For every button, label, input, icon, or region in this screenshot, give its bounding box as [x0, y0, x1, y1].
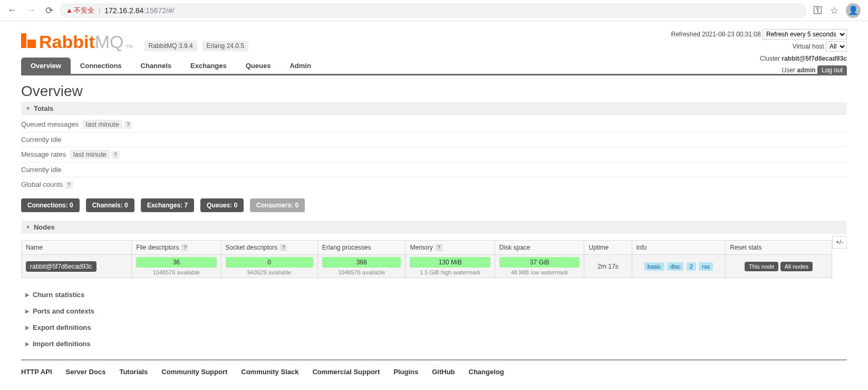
- col-info[interactable]: Info: [632, 241, 726, 255]
- sd-value: 0: [226, 257, 313, 268]
- forward-button[interactable]: →: [23, 3, 39, 18]
- global-counts: Connections: 0 Channels: 0 Exchanges: 7 …: [21, 198, 847, 212]
- mem-sub: 1.5 GiB high watermark: [410, 269, 490, 275]
- help-fd[interactable]: ?: [181, 244, 188, 251]
- mem-value: 130 MiB: [410, 257, 490, 268]
- footer-changelog[interactable]: Changelog: [469, 368, 504, 376]
- logo-tm: TM: [126, 44, 133, 49]
- chevron-right-icon: ▶: [25, 325, 30, 330]
- user-label: User: [782, 66, 795, 74]
- info-2[interactable]: 2: [687, 262, 696, 271]
- help-sd[interactable]: ?: [279, 244, 287, 251]
- app-header: RabbitMQ TM RabbitMQ 3.9.4 Erlang 24.0.5…: [21, 21, 847, 52]
- profile-avatar[interactable]: 👤: [846, 3, 861, 18]
- warning-icon: ▲: [66, 6, 73, 14]
- col-erl[interactable]: Erlang processes: [317, 241, 406, 255]
- count-channels[interactable]: Channels: 0: [86, 198, 134, 212]
- help-queued[interactable]: ?: [124, 121, 132, 129]
- fd-sub: 1048576 available: [136, 269, 216, 275]
- col-fd[interactable]: File descriptors?: [132, 241, 221, 255]
- footer-http-api[interactable]: HTTP API: [21, 368, 52, 376]
- tab-channels[interactable]: Channels: [131, 58, 181, 74]
- section-import[interactable]: ▶Import definitions: [21, 336, 847, 352]
- section-totals[interactable]: ▼ Totals: [21, 102, 847, 115]
- tab-admin[interactable]: Admin: [280, 58, 320, 74]
- logout-button[interactable]: Log out: [817, 65, 847, 75]
- queued-range[interactable]: last minute: [83, 120, 122, 129]
- header-right: Refreshed 2021-08-23 00:31:08 Refresh ev…: [671, 28, 847, 77]
- queued-messages-row: Queued messages last minute ?: [21, 117, 847, 132]
- footer-links: HTTP API Server Docs Tutorials Community…: [21, 359, 847, 390]
- vhost-label: Virtual host: [793, 43, 824, 50]
- section-churn[interactable]: ▶Churn statistics: [21, 287, 847, 303]
- col-mem[interactable]: Memory?: [406, 241, 495, 255]
- vhost-select[interactable]: All: [826, 41, 847, 52]
- col-disk[interactable]: Disk space: [495, 241, 584, 255]
- footer-plugins[interactable]: Plugins: [393, 368, 418, 376]
- insecure-label: 不安全: [74, 6, 94, 15]
- col-name[interactable]: Name: [22, 241, 132, 255]
- key-icon[interactable]: ⚿: [813, 5, 823, 16]
- fd-value: 36: [136, 257, 216, 268]
- tab-overview[interactable]: Overview: [21, 58, 71, 74]
- rates-idle: Currently idle: [21, 163, 847, 177]
- footer-commercial-support[interactable]: Commercial Support: [312, 368, 380, 376]
- chevron-right-icon: ▶: [25, 292, 30, 298]
- queued-idle: Currently idle: [21, 132, 847, 147]
- address-bar[interactable]: ▲ 不安全 | 172.16.2.84:15672/#/: [60, 3, 807, 18]
- version-pill: RabbitMQ 3.9.4: [144, 41, 197, 51]
- col-sd[interactable]: Socket descriptors?: [221, 241, 317, 255]
- section-export[interactable]: ▶Export definitions: [21, 319, 847, 336]
- help-rates[interactable]: ?: [111, 151, 119, 159]
- chevron-down-icon: ▼: [25, 106, 31, 111]
- section-nodes[interactable]: ▼ Nodes: [21, 221, 847, 234]
- reload-button[interactable]: ⟳: [42, 3, 56, 18]
- tab-exchanges[interactable]: Exchanges: [181, 58, 236, 74]
- chevron-right-icon: ▶: [25, 308, 30, 314]
- logo-text-mq: MQ: [95, 32, 124, 52]
- help-mem[interactable]: ?: [435, 244, 442, 251]
- tab-connections[interactable]: Connections: [71, 58, 131, 74]
- footer-tutorials[interactable]: Tutorials: [119, 368, 148, 376]
- help-global[interactable]: ?: [65, 181, 73, 189]
- insecure-badge: ▲ 不安全: [66, 6, 94, 15]
- rates-range[interactable]: last minute: [70, 150, 110, 159]
- count-connections[interactable]: Connections: 0: [21, 198, 80, 212]
- node-name[interactable]: rabbit@5f7d6ecad93c: [26, 261, 97, 272]
- footer-server-docs[interactable]: Server Docs: [66, 368, 106, 376]
- erl-value: 388: [322, 257, 401, 268]
- info-basic[interactable]: basic: [644, 262, 664, 271]
- message-rates-row: Message rates last minute ?: [21, 147, 847, 163]
- count-exchanges[interactable]: Exchanges: 7: [141, 198, 194, 212]
- cluster-label: Cluster: [760, 55, 780, 62]
- refresh-interval-select[interactable]: Refresh every 5 seconds: [763, 29, 847, 40]
- uptime-value: 2m 17s: [584, 255, 632, 278]
- disk-value: 37 GiB: [499, 257, 580, 268]
- footer-community-slack[interactable]: Community Slack: [241, 368, 298, 376]
- disk-sub: 48 MiB low watermark: [499, 269, 580, 275]
- reset-cell: This node All nodes: [726, 255, 832, 278]
- global-counts-row: Global counts ?: [21, 177, 847, 192]
- footer-github[interactable]: GitHub: [432, 368, 455, 376]
- footer-community-support[interactable]: Community Support: [161, 368, 227, 376]
- reset-this-node-button[interactable]: This node: [745, 262, 778, 271]
- reset-all-nodes-button[interactable]: All nodes: [780, 262, 813, 271]
- columns-toggle[interactable]: +/-: [832, 236, 847, 249]
- tab-queues[interactable]: Queues: [236, 58, 281, 74]
- count-queues[interactable]: Queues: 0: [200, 198, 244, 212]
- section-ports[interactable]: ▶Ports and contexts: [21, 303, 847, 319]
- table-row: rabbit@5f7d6ecad93c 361048576 available …: [22, 255, 832, 278]
- col-uptime[interactable]: Uptime: [584, 241, 632, 255]
- col-reset[interactable]: Reset stats: [726, 241, 832, 255]
- back-button[interactable]: ←: [4, 3, 20, 18]
- info-disc[interactable]: disc: [667, 262, 684, 271]
- logo-text-rabbit: Rabbit: [39, 32, 95, 52]
- url-separator: |: [99, 6, 100, 14]
- star-icon[interactable]: ☆: [830, 5, 838, 16]
- info-rss[interactable]: rss: [699, 262, 713, 271]
- url-text: 172.16.2.84:15672/#/: [104, 6, 174, 15]
- count-consumers[interactable]: Consumers: 0: [250, 198, 305, 212]
- erl-sub: 1048576 available: [322, 269, 401, 275]
- info-cell: basic disc 2 rss: [632, 255, 726, 278]
- rabbit-icon: [21, 33, 36, 48]
